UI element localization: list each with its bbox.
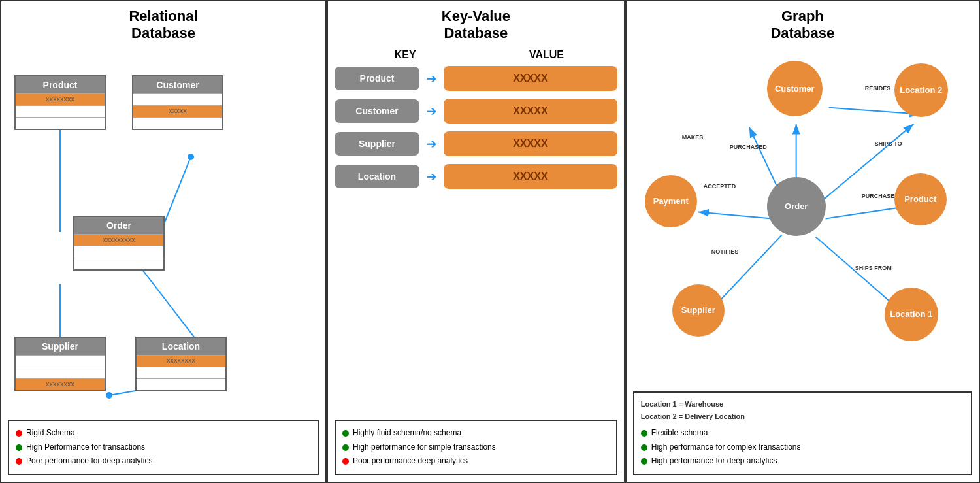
graph-node-supplier: Supplier	[672, 284, 725, 337]
graph-node-product: Product	[894, 173, 947, 225]
legend-item-2: High Performance for transactions	[16, 441, 311, 455]
kv-arrow-supplier: ➔	[426, 136, 437, 152]
edge-label-ships-to: SHIPS TO	[875, 141, 902, 147]
green-dot-g1	[641, 430, 647, 437]
keyvalue-title: Key-ValueDatabase	[335, 8, 617, 42]
keyvalue-legend: Highly fluid schema/no schema High perfo…	[335, 420, 617, 475]
order-row-3	[74, 258, 163, 269]
graph-section: GraphDatabase PU	[625, 0, 980, 483]
graph-legend: Location 1 = WarehouseLocation 2 = Deliv…	[633, 391, 972, 475]
red-dot-2	[16, 458, 22, 465]
green-dot-1	[16, 444, 22, 451]
supplier-header: Supplier	[16, 338, 105, 355]
order-table: Order xxxxxxxxx	[73, 216, 165, 271]
kv-legend-item-3: Poor performance deep analytics	[342, 454, 610, 469]
legend-item-3: Poor performance for deep analytics	[16, 454, 311, 469]
product-header: Product	[16, 76, 105, 93]
customer-row-3	[133, 117, 222, 129]
kv-row-customer: Customer ➔ XXXXX	[335, 99, 617, 124]
legend-item-1: Rigid Schema	[16, 426, 311, 441]
kv-items-container: Product ➔ XXXXX Customer ➔ XXXXX Supplie…	[335, 66, 617, 414]
graph-legend-item-3: High performance for deep analytics	[641, 454, 964, 469]
kv-key-customer: Customer	[335, 99, 419, 123]
keyvalue-section: Key-ValueDatabase KEY VALUE Product ➔ XX…	[327, 0, 625, 483]
location-row-2	[137, 367, 225, 378]
svg-line-13	[698, 212, 772, 218]
svg-point-9	[106, 392, 112, 399]
graph-node-payment: Payment	[645, 175, 697, 227]
relational-legend: Rigid Schema High Performance for transa…	[8, 420, 319, 475]
kv-arrow-location: ➔	[426, 169, 437, 184]
edge-label-notifies: NOTIFIES	[711, 248, 739, 255]
kv-legend-item-1: Highly fluid schema/no schema	[342, 426, 610, 441]
green-dot-kv2	[342, 444, 349, 451]
green-dot-kv1	[342, 430, 349, 437]
product-table: Product xxxxxxxx	[14, 75, 106, 130]
kv-value-location: XXXXX	[444, 164, 617, 189]
relational-section: RelationalDatabase Product xxxxxxxx	[0, 0, 327, 483]
customer-header: Customer	[133, 76, 222, 93]
edge-label-purchased-top: PURCHASED	[730, 144, 767, 150]
red-dot-1	[16, 430, 22, 437]
green-dot-g2	[641, 444, 647, 451]
edge-label-makes: MAKES	[682, 134, 704, 141]
kv-headers: KEY VALUE	[335, 49, 617, 61]
kv-value-product: XXXXX	[444, 66, 617, 91]
location-header: Location	[137, 338, 225, 355]
key-col-label: KEY	[342, 49, 469, 61]
order-row-1: xxxxxxxxx	[74, 234, 163, 246]
kv-arrow-customer: ➔	[426, 103, 437, 119]
graph-diagram: PURCHASED MAKES ACCEPTED NOTIFIES SHIPS …	[633, 49, 972, 388]
order-row-2	[74, 246, 163, 258]
kv-arrow-product: ➔	[426, 71, 437, 86]
svg-point-6	[188, 154, 194, 160]
kv-key-location: Location	[335, 165, 419, 188]
green-dot-g3	[641, 458, 647, 465]
kv-row-product: Product ➔ XXXXX	[335, 66, 617, 91]
legend-note: Location 1 = WarehouseLocation 2 = Deliv…	[641, 398, 964, 424]
product-row-3	[16, 117, 105, 129]
value-col-label: VALUE	[483, 49, 610, 61]
kv-value-customer: XXXXX	[444, 99, 617, 124]
supplier-row-3: xxxxxxxx	[16, 378, 105, 390]
kv-legend-item-2: High performance for simple transactions	[342, 441, 610, 455]
relational-title: RelationalDatabase	[8, 8, 319, 42]
kv-row-location: Location ➔ XXXXX	[335, 164, 617, 189]
customer-row-2: xxxxx	[133, 105, 222, 117]
order-header: Order	[74, 217, 163, 234]
supplier-row-1	[16, 355, 105, 367]
graph-node-location2: Location 2	[894, 63, 948, 117]
location-row-3	[137, 378, 225, 390]
graph-legend-item-1: Flexible schema	[641, 426, 964, 441]
edge-label-purchased-right: PURCHASED	[862, 193, 899, 199]
product-row-2	[16, 105, 105, 117]
kv-value-supplier: XXXXX	[444, 131, 617, 156]
kv-row-supplier: Supplier ➔ XXXXX	[335, 131, 617, 156]
graph-node-location1: Location 1	[885, 288, 938, 341]
location-row-1: xxxxxxxx	[137, 355, 225, 367]
edge-label-resides: RESIDES	[865, 85, 891, 92]
graph-node-order: Order	[767, 177, 826, 236]
kv-key-product: Product	[335, 67, 419, 90]
graph-title: GraphDatabase	[633, 8, 972, 42]
graph-legend-item-2: High performance for complex transaction…	[641, 441, 964, 455]
edge-label-accepted: ACCEPTED	[704, 183, 736, 190]
product-row-1: xxxxxxxx	[16, 93, 105, 105]
location-table: Location xxxxxxxx	[135, 337, 227, 391]
kv-key-supplier: Supplier	[335, 132, 419, 156]
customer-row-1	[133, 93, 222, 105]
graph-node-customer: Customer	[767, 61, 823, 116]
supplier-table: Supplier xxxxxxxx	[14, 337, 106, 391]
customer-table: Customer xxxxx	[132, 75, 223, 130]
edge-label-ships-from: SHIPS FROM	[855, 265, 892, 271]
relational-diagram: Product xxxxxxxx Customer xxxxx Order xx…	[8, 49, 319, 416]
supplier-row-2	[16, 367, 105, 378]
red-dot-kv1	[342, 458, 349, 465]
